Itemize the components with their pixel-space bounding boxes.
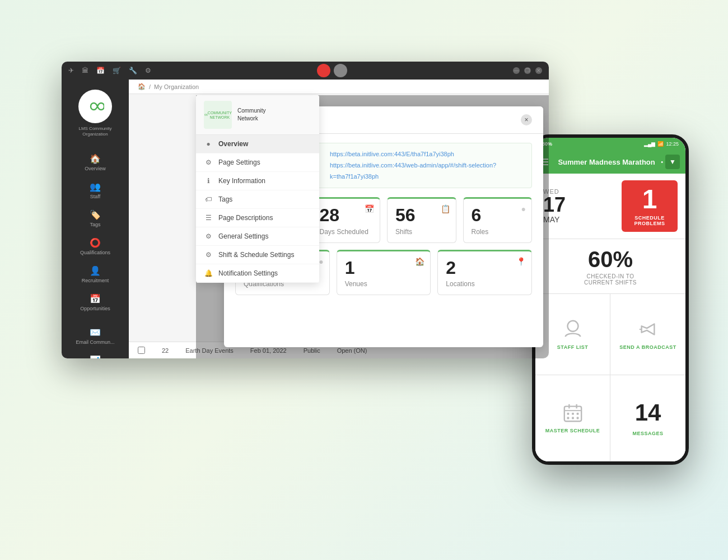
page-desc-icon: ☰: [204, 214, 213, 222]
dropdown-logo-icon: [204, 109, 208, 121]
phone-action-broadcast[interactable]: SEND A BROADCAST: [610, 294, 685, 375]
sidebar-item-recruitment[interactable]: 👤 Recruitment: [62, 261, 129, 288]
phone-date-number: 17: [543, 195, 616, 215]
phone-action-master-schedule[interactable]: MASTER SCHEDULE: [535, 375, 610, 462]
dropdown-item-page-desc[interactable]: ☰ Page Descriptions: [196, 209, 319, 227]
opps-icon: 📅: [90, 293, 101, 304]
recruit-label: Recruitment: [82, 278, 109, 283]
stat-venues-label: Venues: [345, 280, 423, 288]
window-controls[interactable]: — ❐ ✕: [513, 67, 542, 74]
reports-icon: 📊: [90, 355, 101, 358]
phone-wifi-icon: 📶: [657, 141, 664, 147]
staff-list-icon: [562, 319, 584, 340]
phone-checkin-percentage: 60%: [543, 247, 678, 272]
sidebar-item-tags[interactable]: 🏷️ Tags: [62, 205, 129, 232]
stat-venues-number: 1: [345, 258, 423, 278]
shift-link-url[interactable]: https://beta.initlive.com:443/web-admin/…: [330, 160, 524, 183]
sidebar-item-reports[interactable]: 📊 Reports: [62, 351, 129, 358]
sidebar-item-staff[interactable]: 👥 Staff: [62, 177, 129, 204]
dropdown-menu: COMMUNITYNETWORK CommunityNetwork ● Over…: [196, 95, 319, 283]
broadcast-icon: [637, 319, 659, 340]
table-row-number: 22: [162, 347, 169, 354]
dropdown-header: COMMUNITYNETWORK CommunityNetwork: [196, 95, 319, 135]
tools-icon: 🔧: [129, 67, 137, 74]
qual-icon: ⭕: [90, 237, 101, 248]
phone-messages-number: 14: [635, 399, 661, 426]
close-button[interactable]: ✕: [535, 67, 542, 74]
dropdown-item-overview[interactable]: ● Overview: [196, 135, 319, 153]
infinity-logo-icon: [86, 101, 104, 112]
svg-rect-11: [572, 417, 574, 419]
app-sidebar: LMS Community Organization 🏠 Overview 👥 …: [62, 80, 129, 358]
tags-menu-icon: 🏷: [204, 195, 213, 203]
cart-icon: 🛒: [113, 67, 121, 74]
stat-shifts-icon: 📋: [441, 204, 450, 213]
stat-locations-number: 2: [446, 258, 524, 278]
general-settings-icon: ⚙: [204, 232, 213, 240]
stat-shifts: 📋 56 Shifts: [387, 197, 456, 242]
dropdown-item-tags[interactable]: 🏷 Tags: [196, 190, 319, 209]
sidebar-item-email[interactable]: ✉️ Email Commun...: [62, 323, 129, 349]
maximize-button[interactable]: ❐: [524, 67, 531, 74]
phone-dropdown-button[interactable]: ▼: [665, 155, 680, 169]
building-icon: 🏛: [82, 67, 88, 74]
stat-days-icon: 📅: [365, 204, 374, 213]
staff-label: Staff: [90, 194, 100, 199]
phone-problems-number: 1: [642, 186, 657, 213]
public-link-url[interactable]: https://beta.initlive.com:443/E/tha7f1a7…: [330, 149, 454, 160]
svg-rect-10: [567, 417, 569, 419]
master-schedule-icon: [562, 402, 584, 423]
dropdown-item-shift-schedule[interactable]: ⚙ Shift & Schedule Settings: [196, 246, 319, 264]
dropdown-item-page-settings[interactable]: ⚙ Page Settings: [196, 153, 319, 172]
phone-action-messages[interactable]: 14 MESSAGES: [610, 375, 685, 462]
avatar-2: [334, 64, 347, 77]
airplane-icon: ✈: [68, 67, 74, 74]
phone-time: 12:25: [666, 141, 679, 147]
staff-list-label: STAFF LIST: [557, 344, 588, 350]
messages-label: MESSAGES: [632, 431, 663, 436]
shift-schedule-icon: ⚙: [204, 251, 213, 259]
sidebar-item-qualifications[interactable]: ⭕ Qualifications: [62, 233, 129, 260]
email-label: Email Commun...: [76, 339, 114, 345]
sidebar-item-overview[interactable]: 🏠 Overview: [62, 149, 129, 176]
dropdown-item-key-info[interactable]: ℹ Key Information: [196, 172, 319, 190]
stat-locations-icon: 📍: [516, 257, 526, 266]
overview-icon: 🏠: [90, 153, 101, 164]
app-main: 🏠 / My Organization 22 Earth Day Events …: [129, 80, 549, 358]
phone-problems-label: SCHEDULEPROBLEMS: [634, 215, 665, 226]
recruit-icon: 👤: [90, 265, 101, 276]
modal-close-button[interactable]: ×: [521, 114, 532, 125]
phone-schedule-problems-tile[interactable]: 1 SCHEDULEPROBLEMS: [622, 180, 678, 232]
stat-shifts-label: Shifts: [395, 228, 448, 236]
mobile-phone: 80% ▂▄▆ 📶 12:25 ☰ Summer Madness Maratho…: [532, 134, 689, 465]
svg-rect-12: [576, 417, 578, 419]
phone-screen: 80% ▂▄▆ 📶 12:25 ☰ Summer Madness Maratho…: [535, 138, 685, 461]
breadcrumb: 🏠 / My Organization: [129, 80, 549, 94]
qual-label: Qualifications: [80, 250, 110, 255]
stat-qual-icon: ●: [319, 257, 323, 266]
titlebar-avatars: [317, 64, 347, 77]
avatar-1: [317, 64, 330, 77]
phone-actions-grid: STAFF LIST SEND A BROADCAST: [535, 294, 685, 461]
breadcrumb-separator: /: [149, 83, 151, 90]
phone-date-left: WED 17 MAY: [543, 180, 616, 232]
dropdown-logo: COMMUNITYNETWORK: [204, 101, 232, 129]
titlebar-nav-icons: ✈ 🏛 📅 🛒 🔧 ⚙: [68, 67, 151, 74]
stat-locations-label: Locations: [446, 280, 524, 288]
svg-rect-9: [576, 413, 578, 415]
phone-app-title: Summer Madness Marathon: [554, 158, 659, 166]
stat-shifts-number: 56: [395, 206, 448, 225]
table-checkbox[interactable]: [138, 347, 145, 354]
dropdown-item-general[interactable]: ⚙ General Settings: [196, 227, 319, 246]
stat-roles-label: Roles: [472, 228, 524, 236]
stat-days-label: Days Scheduled: [320, 228, 372, 236]
phone-date-month: MAY: [543, 215, 616, 224]
phone-header: ☰ Summer Madness Marathon • ▼: [535, 150, 685, 174]
stat-locations: 📍 2 Locations: [437, 250, 532, 295]
dropdown-item-notifications[interactable]: 🔔 Notification Settings: [196, 264, 319, 283]
app-layout: LMS Community Organization 🏠 Overview 👥 …: [62, 80, 549, 358]
sidebar-item-opportunities[interactable]: 📅 Opportunities: [62, 289, 129, 316]
notification-icon: 🔔: [204, 269, 213, 277]
window-titlebar: ✈ 🏛 📅 🛒 🔧 ⚙ — ❐ ✕: [62, 62, 549, 80]
minimize-button[interactable]: —: [513, 67, 520, 74]
